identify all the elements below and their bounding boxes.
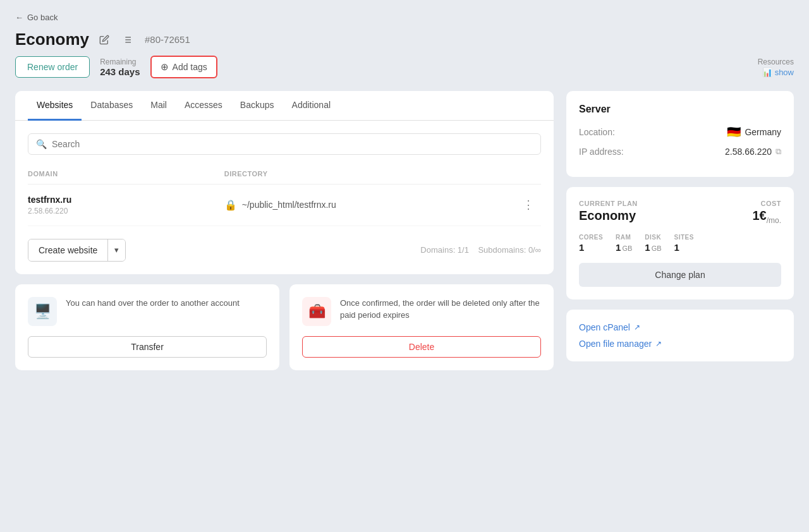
germany-flag-icon: 🇩🇪 [727,125,741,139]
more-options-button[interactable]: ⋮ [516,198,541,212]
tab-websites[interactable]: Websites [28,91,82,121]
subdomains-count: Subdomains: 0/∞ [478,245,541,255]
add-tags-button[interactable]: ⊕ Add tags [150,56,217,78]
edit-button[interactable] [97,32,112,47]
plus-circle-icon: ⊕ [161,61,169,73]
side-panel: Server Location: 🇩🇪 Germany IP address: … [566,91,794,361]
ram-unit: GB [622,245,632,252]
open-cpanel-link[interactable]: Open cPanel ↗ [579,322,781,332]
plan-cost: 1€/mo. [752,209,781,225]
domain-name: testfrnx.ru [28,195,218,205]
delete-card: 🧰 Once confirmed, the order will be dele… [289,284,554,370]
cpanel-label: Open cPanel [579,322,630,332]
disk-value: 1 GB [645,242,661,253]
spec-disk: DISK 1 GB [645,234,661,253]
domain-ip: 2.58.66.220 [28,207,218,215]
domains-count: Domains: 1/1 [420,245,469,255]
spec-ram: RAM 1 GB [616,234,632,253]
plan-name-cost-row: Economy 1€/mo. [579,209,781,225]
links-card: Open cPanel ↗ Open file manager ↗ [566,310,794,361]
ip-address-text: 2.58.66.220 [725,147,772,157]
list-button[interactable] [119,32,135,47]
tab-additional[interactable]: Additional [283,91,340,121]
delete-icon: 🧰 [302,297,331,326]
cores-label: CORES [579,234,603,241]
create-website-dropdown[interactable]: ▾ [108,239,125,261]
bar-chart-icon: 📊 [762,68,772,77]
cost-value: 1€ [752,209,766,222]
spec-sites: SITES 1 [674,234,694,253]
websites-panel: 🔍 Domain Directory testfrnx.ru 2.58.66.2… [15,121,554,274]
arrow-left-icon: ← [15,13,23,22]
tab-backups[interactable]: Backups [231,91,283,121]
search-input[interactable] [52,139,533,149]
file-manager-label: Open file manager [579,339,652,349]
delete-button[interactable]: Delete [302,336,541,358]
list-icon [122,35,132,45]
disk-label: DISK [645,234,661,241]
plan-card: CURRENT PLAN COST Economy 1€/mo. CORES 1 [566,187,794,299]
tab-accesses[interactable]: Accesses [176,91,231,121]
add-tags-label: Add tags [173,62,207,72]
resources-show-label: show [775,68,794,77]
order-id: #80-72651 [145,34,190,45]
ram-value: 1 GB [616,242,632,253]
search-icon: 🔍 [36,139,47,149]
directory-column-header: Directory [224,170,509,178]
pencil-icon [99,35,109,45]
delete-card-text: Once confirmed, the order will be delete… [340,297,541,322]
plan-header: CURRENT PLAN COST [579,200,781,207]
current-plan-label: CURRENT PLAN [579,200,638,207]
cost-period: /mo. [767,216,781,225]
ssl-lock-icon: 🔒 [224,199,237,211]
ip-label: IP address: [579,147,624,157]
transfer-card-body: 🖥️ You can hand over the order to anothe… [28,297,267,326]
delete-card-body: 🧰 Once confirmed, the order will be dele… [302,297,541,326]
transfer-icon: 🖥️ [28,297,57,326]
spec-cores: CORES 1 [579,234,603,253]
resources-toggle[interactable]: Resources 📊 show [758,57,794,77]
plan-name: Economy [579,209,636,223]
cost-label: COST [760,200,781,207]
sites-value: 1 [674,242,694,253]
domains-info: Domains: 1/1 Subdomains: 0/∞ [420,245,541,255]
tab-container: Websites Databases Mail Accesses Backups… [15,91,554,274]
disk-unit: GB [652,245,662,252]
sites-label: SITES [674,234,694,241]
renew-order-button[interactable]: Renew order [15,56,90,78]
remaining-info: Remaining 243 days [100,57,140,77]
location-text: Germany [745,127,781,137]
domain-column-header: Domain [28,170,218,178]
table-header: Domain Directory [28,170,541,184]
websites-footer: Create website ▾ Domains: 1/1 Subdomains… [28,239,541,262]
location-row: Location: 🇩🇪 Germany [579,125,781,139]
ip-row: IP address: 2.58.66.220 ⧉ [579,147,781,157]
domain-info: testfrnx.ru 2.58.66.220 [28,195,218,215]
page-title: Economy [15,30,89,49]
specs-row: CORES 1 RAM 1 GB DISK [579,234,781,253]
transfer-card: 🖥️ You can hand over the order to anothe… [15,284,279,370]
external-link-icon-2: ↗ [655,339,662,348]
remaining-label: Remaining [100,57,140,66]
ram-label: RAM [616,234,632,241]
directory-info: 🔒 ~/public_html/testfrnx.ru [224,199,509,211]
remaining-days: 243 days [100,66,140,77]
transfer-card-text: You can hand over the order to another a… [66,297,240,310]
tab-mail[interactable]: Mail [142,91,176,121]
server-card-title: Server [579,104,781,115]
server-card: Server Location: 🇩🇪 Germany IP address: … [566,91,794,177]
ip-value: 2.58.66.220 ⧉ [725,147,781,157]
cores-value: 1 [579,242,603,253]
resources-label: Resources [758,57,794,66]
open-file-manager-link[interactable]: Open file manager ↗ [579,339,781,349]
tab-databases[interactable]: Databases [82,91,142,121]
search-bar: 🔍 [28,133,541,155]
change-plan-button[interactable]: Change plan [579,263,781,287]
external-link-icon: ↗ [634,323,640,332]
go-back-link[interactable]: ← Go back [15,13,794,22]
location-label: Location: [579,127,615,137]
copy-icon[interactable]: ⧉ [776,147,781,157]
table-row: testfrnx.ru 2.58.66.220 🔒 ~/public_html/… [28,184,541,226]
create-website-button[interactable]: Create website [28,239,108,261]
transfer-button[interactable]: Transfer [28,336,267,358]
